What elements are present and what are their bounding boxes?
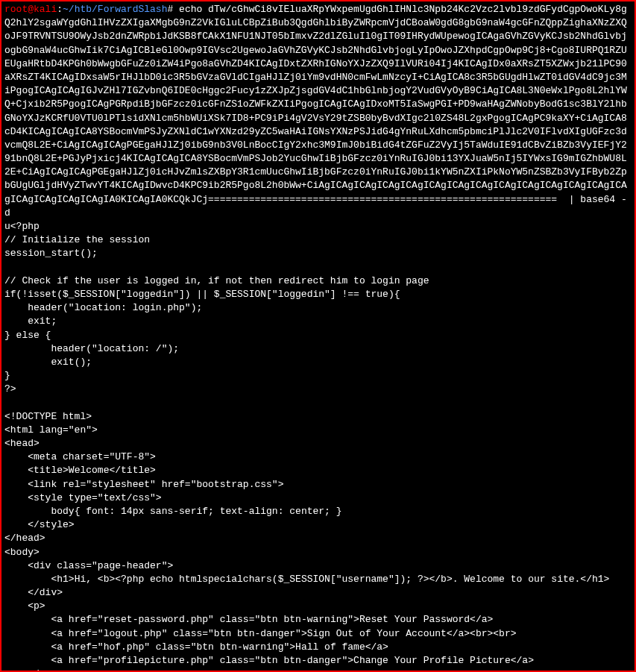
prompt-suffix: # — [167, 4, 179, 15]
command-text[interactable]: echo dTw/cGhwCi8vIEluaXRpYWxpemUgdGhlIHN… — [4, 4, 627, 219]
prompt-user: root@kali — [4, 4, 57, 15]
prompt-path: ~/htb/ForwardSlash — [63, 4, 167, 15]
prompt-sep-1: : — [57, 4, 63, 15]
prompt-line-1: root@kali:~/htb/ForwardSlash# — [4, 4, 179, 15]
output-block: u<?php // Initialize the session session… — [4, 221, 609, 672]
